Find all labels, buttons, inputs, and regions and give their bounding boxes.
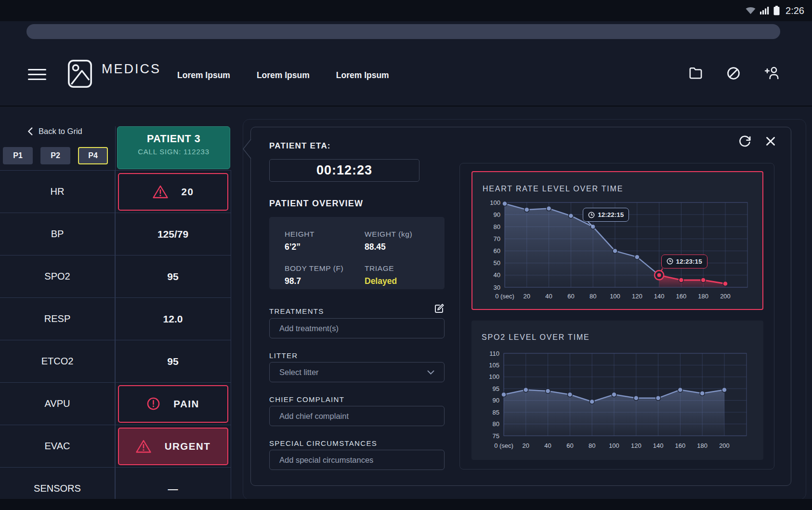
header-actions bbox=[688, 66, 780, 81]
clock-icon bbox=[667, 258, 673, 265]
spo2-chart-title: SPO2 LEVEL OVER TIME bbox=[482, 333, 590, 342]
svg-text:160: 160 bbox=[676, 293, 687, 300]
bottom-nav-bar bbox=[0, 499, 812, 510]
progress-bar[interactable] bbox=[26, 24, 780, 39]
vital-alert-avpu[interactable]: PAIN bbox=[118, 385, 228, 423]
svg-text:80: 80 bbox=[493, 420, 499, 428]
clock-icon bbox=[588, 212, 595, 218]
vital-label: RESP bbox=[0, 298, 115, 340]
svg-text:200: 200 bbox=[720, 293, 731, 300]
svg-text:105: 105 bbox=[489, 362, 499, 369]
warning-triangle-icon bbox=[135, 439, 152, 454]
vital-value-cell: PAIN bbox=[115, 383, 231, 425]
overview-field-value: 88.45 bbox=[365, 242, 445, 252]
block-icon bbox=[726, 66, 741, 81]
overview-field: TRIAGEDelayed bbox=[365, 264, 445, 286]
patient-card-title: PATIENT 3 bbox=[118, 133, 230, 145]
overview-field-value: 98.7 bbox=[285, 276, 365, 286]
folder-button[interactable] bbox=[688, 66, 703, 81]
header-nav: Lorem IpsumLorem IpsumLorem Ipsum bbox=[177, 70, 389, 81]
back-to-grid-link[interactable]: Back to Grid bbox=[27, 127, 82, 136]
patient-card[interactable]: PATIENT 3 CALL SIGN: 112233 bbox=[117, 126, 230, 169]
svg-text:60: 60 bbox=[567, 293, 574, 300]
special-circumstances-label: SPECIAL CIRCUMSTANCES bbox=[269, 439, 377, 447]
vital-value-cell: 95 bbox=[115, 340, 231, 382]
vital-value: — bbox=[168, 483, 178, 495]
vital-alert-evac[interactable]: URGENT bbox=[118, 428, 228, 465]
vital-value-cell: — bbox=[115, 468, 231, 499]
patient-tab-p2[interactable]: P2 bbox=[40, 147, 70, 164]
vitals-table: HR20BP125/79SPO295RESP12.0ETCO295AVPUPAI… bbox=[0, 170, 231, 499]
vital-label: HR bbox=[0, 171, 115, 213]
heart-rate-chart-title: HEART RATE LEVEL OVER TIME bbox=[483, 185, 623, 193]
patient-tab-p4[interactable]: P4 bbox=[78, 147, 108, 164]
brand-name: MEDICS bbox=[102, 62, 161, 77]
overview-field: WEIGHT (kg)88.45 bbox=[365, 230, 445, 252]
block-button[interactable] bbox=[726, 66, 741, 81]
svg-text:85: 85 bbox=[493, 409, 499, 416]
chevron-down-icon bbox=[427, 370, 434, 375]
refresh-button[interactable] bbox=[738, 135, 751, 148]
overview-field-value: 6’2” bbox=[285, 242, 365, 252]
screen: 2:26 MEDICS Lorem IpsumLorem IpsumLorem … bbox=[0, 0, 812, 510]
folder-icon bbox=[688, 66, 703, 81]
vital-value-cell: 20 bbox=[115, 171, 231, 213]
patient-tabs: P1P2P4 bbox=[3, 147, 108, 164]
special-circumstances-input[interactable] bbox=[269, 450, 445, 470]
svg-text:90: 90 bbox=[494, 211, 500, 218]
chart-annotation: 12:22:15 bbox=[583, 208, 629, 222]
menu-button[interactable] bbox=[28, 68, 46, 81]
chart-annotation-time: 12:22:15 bbox=[598, 211, 624, 218]
svg-text:140: 140 bbox=[654, 293, 665, 300]
vital-label: BP bbox=[0, 213, 115, 255]
vital-label: ETCO2 bbox=[0, 340, 115, 382]
overview-card: HEIGHT6’2”WEIGHT (kg)88.45BODY TEMP (F)9… bbox=[269, 217, 445, 289]
svg-text:95: 95 bbox=[493, 385, 499, 392]
app-logo-icon bbox=[67, 59, 92, 90]
vital-value: 125/79 bbox=[157, 228, 188, 240]
edit-treatments-button[interactable] bbox=[433, 303, 445, 314]
svg-text:50: 50 bbox=[494, 259, 500, 267]
overview-field-label: WEIGHT (kg) bbox=[365, 230, 445, 239]
svg-text:180: 180 bbox=[697, 442, 707, 449]
vitals-row-resp: RESP12.0 bbox=[0, 297, 231, 340]
vitals-row-evac: EVACURGENT bbox=[0, 425, 231, 467]
patient-card-callsign: CALL SIGN: 112233 bbox=[118, 148, 230, 156]
add-person-button[interactable] bbox=[764, 66, 780, 81]
svg-text:20: 20 bbox=[524, 293, 530, 300]
close-button[interactable] bbox=[764, 135, 777, 148]
chevron-left-icon bbox=[27, 127, 33, 135]
nav-item-1[interactable]: Lorem Ipsum bbox=[177, 70, 230, 81]
svg-text:100: 100 bbox=[490, 199, 500, 206]
overview-heading: PATIENT OVERVIEW bbox=[269, 199, 363, 209]
vital-label: SPO2 bbox=[0, 255, 115, 297]
nav-item-3[interactable]: Lorem Ipsum bbox=[336, 70, 389, 81]
litter-select[interactable]: Select litter bbox=[269, 362, 445, 382]
treatments-input[interactable] bbox=[269, 318, 445, 338]
svg-text:80: 80 bbox=[589, 293, 596, 300]
chief-complaint-input[interactable] bbox=[269, 406, 445, 426]
svg-text:40: 40 bbox=[544, 442, 551, 449]
refresh-icon bbox=[738, 135, 751, 148]
vitals-row-avpu: AVPUPAIN bbox=[0, 382, 231, 425]
eta-timer: 00:12:23 bbox=[269, 159, 419, 182]
chart-annotation: 12:23:15 bbox=[661, 255, 707, 268]
svg-text:80: 80 bbox=[494, 223, 500, 230]
svg-text:200: 200 bbox=[719, 442, 730, 449]
vital-value-cell: URGENT bbox=[115, 425, 231, 467]
nav-item-2[interactable]: Lorem Ipsum bbox=[257, 70, 310, 81]
patient-tab-p1[interactable]: P1 bbox=[3, 147, 33, 164]
svg-text:40: 40 bbox=[494, 271, 500, 279]
status-time: 2:26 bbox=[786, 5, 804, 16]
vital-value: 95 bbox=[167, 356, 178, 367]
svg-text:180: 180 bbox=[698, 293, 708, 300]
chief-complaint-label: CHIEF COMPLAINT bbox=[269, 395, 344, 403]
panel-notch bbox=[242, 139, 252, 159]
svg-text:70: 70 bbox=[494, 235, 500, 242]
overview-field-label: BODY TEMP (F) bbox=[285, 264, 365, 273]
header-divider bbox=[0, 106, 812, 107]
eta-label: PATIENT ETA: bbox=[269, 141, 331, 151]
vital-value: URGENT bbox=[165, 441, 211, 452]
svg-text:0 (sec): 0 (sec) bbox=[494, 442, 513, 449]
vital-alert-hr[interactable]: 20 bbox=[118, 173, 228, 211]
